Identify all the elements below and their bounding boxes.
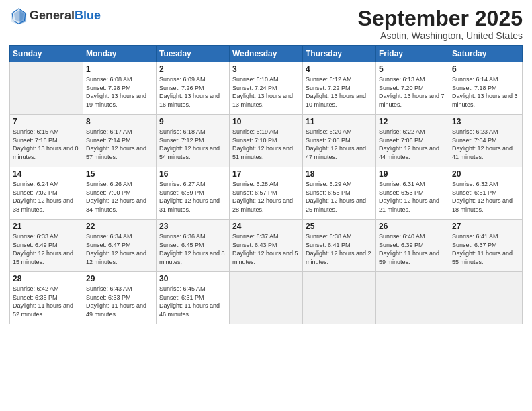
day-number: 3 <box>232 64 300 74</box>
logo-icon <box>9 7 28 26</box>
day-number: 19 <box>379 169 446 179</box>
day-cell: 25Sunrise: 6:38 AMSunset: 6:41 PMDayligh… <box>303 220 376 272</box>
day-info: Sunrise: 6:10 AMSunset: 7:24 PMDaylight:… <box>232 75 300 109</box>
week-row-4: 28Sunrise: 6:42 AMSunset: 6:35 PMDayligh… <box>10 272 523 324</box>
week-row-1: 7Sunrise: 6:15 AMSunset: 7:16 PMDaylight… <box>10 115 523 167</box>
day-number: 25 <box>306 222 373 231</box>
col-sunday: Sunday <box>10 46 83 62</box>
day-cell: 14Sunrise: 6:24 AMSunset: 7:02 PMDayligh… <box>10 167 83 220</box>
day-info: Sunrise: 6:08 AMSunset: 7:28 PMDaylight:… <box>86 75 153 109</box>
day-info: Sunrise: 6:40 AMSunset: 6:39 PMDaylight:… <box>379 232 446 266</box>
day-info: Sunrise: 6:42 AMSunset: 6:35 PMDaylight:… <box>13 285 80 318</box>
day-number: 22 <box>86 222 153 231</box>
col-wednesday: Wednesday <box>230 46 303 62</box>
day-cell: 13Sunrise: 6:23 AMSunset: 7:04 PMDayligh… <box>449 115 523 167</box>
day-number: 28 <box>13 274 80 283</box>
day-info: Sunrise: 6:18 AMSunset: 7:12 PMDaylight:… <box>159 128 226 161</box>
day-cell: 9Sunrise: 6:18 AMSunset: 7:12 PMDaylight… <box>157 115 230 167</box>
day-info: Sunrise: 6:20 AMSunset: 7:08 PMDaylight:… <box>306 128 373 161</box>
day-cell: 8Sunrise: 6:17 AMSunset: 7:14 PMDaylight… <box>83 115 157 167</box>
location: Asotin, Washington, United States <box>358 30 523 41</box>
day-info: Sunrise: 6:14 AMSunset: 7:18 PMDaylight:… <box>452 75 519 109</box>
day-number: 6 <box>452 64 519 74</box>
day-cell: 7Sunrise: 6:15 AMSunset: 7:16 PMDaylight… <box>10 115 83 167</box>
day-number: 21 <box>13 222 80 231</box>
day-number: 17 <box>232 169 300 179</box>
day-info: Sunrise: 6:37 AMSunset: 6:43 PMDaylight:… <box>232 232 300 266</box>
day-info: Sunrise: 6:28 AMSunset: 6:57 PMDaylight:… <box>232 180 300 214</box>
day-number: 2 <box>159 64 226 74</box>
day-info: Sunrise: 6:19 AMSunset: 7:10 PMDaylight:… <box>232 128 300 161</box>
title-block: September 2025 Asotin, Washington, Unite… <box>358 7 523 41</box>
day-info: Sunrise: 6:24 AMSunset: 7:02 PMDaylight:… <box>13 180 80 214</box>
day-number: 11 <box>306 117 373 126</box>
col-tuesday: Tuesday <box>157 46 230 62</box>
day-info: Sunrise: 6:45 AMSunset: 6:31 PMDaylight:… <box>159 285 226 318</box>
day-info: Sunrise: 6:09 AMSunset: 7:26 PMDaylight:… <box>159 75 226 109</box>
day-cell <box>376 272 449 324</box>
day-number: 4 <box>306 64 373 74</box>
day-cell: 30Sunrise: 6:45 AMSunset: 6:31 PMDayligh… <box>157 272 230 324</box>
weekday-row: Sunday Monday Tuesday Wednesday Thursday… <box>10 46 523 62</box>
day-number: 20 <box>452 169 519 179</box>
day-cell: 15Sunrise: 6:26 AMSunset: 7:00 PMDayligh… <box>83 167 157 220</box>
day-info: Sunrise: 6:38 AMSunset: 6:41 PMDaylight:… <box>306 232 373 266</box>
day-number: 14 <box>13 169 80 179</box>
day-number: 26 <box>379 222 446 231</box>
day-info: Sunrise: 6:23 AMSunset: 7:04 PMDaylight:… <box>452 128 519 161</box>
day-cell: 4Sunrise: 6:12 AMSunset: 7:22 PMDaylight… <box>303 62 376 115</box>
day-number: 13 <box>452 117 519 126</box>
day-info: Sunrise: 6:34 AMSunset: 6:47 PMDaylight:… <box>86 232 153 266</box>
day-number: 10 <box>232 117 300 126</box>
day-info: Sunrise: 6:29 AMSunset: 6:55 PMDaylight:… <box>306 180 373 214</box>
day-cell: 3Sunrise: 6:10 AMSunset: 7:24 PMDaylight… <box>230 62 303 115</box>
day-number: 5 <box>379 64 446 74</box>
day-cell: 19Sunrise: 6:31 AMSunset: 6:53 PMDayligh… <box>376 167 449 220</box>
day-cell: 11Sunrise: 6:20 AMSunset: 7:08 PMDayligh… <box>303 115 376 167</box>
day-cell: 1Sunrise: 6:08 AMSunset: 7:28 PMDaylight… <box>83 62 157 115</box>
day-cell: 10Sunrise: 6:19 AMSunset: 7:10 PMDayligh… <box>230 115 303 167</box>
day-cell: 29Sunrise: 6:43 AMSunset: 6:33 PMDayligh… <box>83 272 157 324</box>
day-cell: 21Sunrise: 6:33 AMSunset: 6:49 PMDayligh… <box>10 220 83 272</box>
day-cell: 16Sunrise: 6:27 AMSunset: 6:59 PMDayligh… <box>157 167 230 220</box>
day-info: Sunrise: 6:12 AMSunset: 7:22 PMDaylight:… <box>306 75 373 109</box>
day-info: Sunrise: 6:33 AMSunset: 6:49 PMDaylight:… <box>13 232 80 266</box>
header: GeneralBlue September 2025 Asotin, Washi… <box>9 7 523 41</box>
day-number: 29 <box>86 274 153 283</box>
week-row-3: 21Sunrise: 6:33 AMSunset: 6:49 PMDayligh… <box>10 220 523 272</box>
logo: GeneralBlue <box>9 7 101 26</box>
day-cell <box>10 62 83 115</box>
day-number: 12 <box>379 117 446 126</box>
month-title: September 2025 <box>358 7 523 30</box>
day-cell <box>230 272 303 324</box>
col-monday: Monday <box>83 46 157 62</box>
day-info: Sunrise: 6:15 AMSunset: 7:16 PMDaylight:… <box>13 128 80 161</box>
day-number: 16 <box>159 169 226 179</box>
day-cell: 5Sunrise: 6:13 AMSunset: 7:20 PMDaylight… <box>376 62 449 115</box>
page: GeneralBlue September 2025 Asotin, Washi… <box>0 0 532 411</box>
day-cell <box>303 272 376 324</box>
day-info: Sunrise: 6:43 AMSunset: 6:33 PMDaylight:… <box>86 285 153 318</box>
day-number: 8 <box>86 117 153 126</box>
col-friday: Friday <box>376 46 449 62</box>
calendar-header: Sunday Monday Tuesday Wednesday Thursday… <box>10 46 523 62</box>
day-cell: 28Sunrise: 6:42 AMSunset: 6:35 PMDayligh… <box>10 272 83 324</box>
day-cell: 20Sunrise: 6:32 AMSunset: 6:51 PMDayligh… <box>449 167 523 220</box>
day-number: 27 <box>452 222 519 231</box>
day-cell: 24Sunrise: 6:37 AMSunset: 6:43 PMDayligh… <box>230 220 303 272</box>
day-info: Sunrise: 6:17 AMSunset: 7:14 PMDaylight:… <box>86 128 153 161</box>
day-cell <box>449 272 523 324</box>
day-info: Sunrise: 6:31 AMSunset: 6:53 PMDaylight:… <box>379 180 446 214</box>
day-cell: 17Sunrise: 6:28 AMSunset: 6:57 PMDayligh… <box>230 167 303 220</box>
week-row-0: 1Sunrise: 6:08 AMSunset: 7:28 PMDaylight… <box>10 62 523 115</box>
day-number: 23 <box>159 222 226 231</box>
day-info: Sunrise: 6:41 AMSunset: 6:37 PMDaylight:… <box>452 232 519 266</box>
day-cell: 23Sunrise: 6:36 AMSunset: 6:45 PMDayligh… <box>157 220 230 272</box>
day-info: Sunrise: 6:27 AMSunset: 6:59 PMDaylight:… <box>159 180 226 214</box>
day-number: 18 <box>306 169 373 179</box>
col-thursday: Thursday <box>303 46 376 62</box>
day-number: 1 <box>86 64 153 74</box>
day-cell: 26Sunrise: 6:40 AMSunset: 6:39 PMDayligh… <box>376 220 449 272</box>
day-cell: 2Sunrise: 6:09 AMSunset: 7:26 PMDaylight… <box>157 62 230 115</box>
logo-blue: Blue <box>75 9 101 22</box>
